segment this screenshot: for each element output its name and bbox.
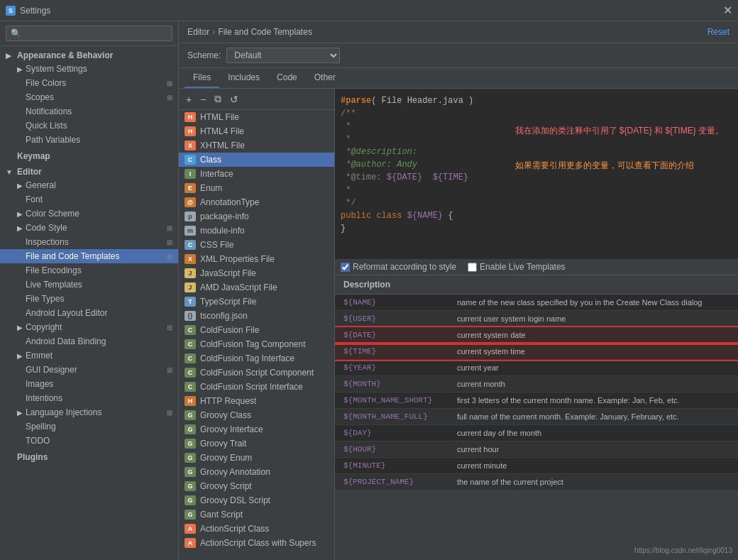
appearance-items: ▶ System Settings File Colors ⊞ Scopes ⊞… <box>0 62 178 147</box>
gui-designer-label: GUI Designer <box>26 365 167 375</box>
sidebar-item-todo[interactable]: TODO <box>0 434 178 448</box>
sidebar-item-system-settings[interactable]: ▶ System Settings <box>0 62 178 76</box>
file-item-groovy-enum[interactable]: GGroovy Enum <box>179 451 334 465</box>
sidebar-item-live-templates[interactable]: Live Templates <box>0 278 178 292</box>
file-label-coldfusion-tag-component: ColdFusion Tag Component <box>200 339 306 349</box>
sidebar-item-path-variables[interactable]: Path Variables <box>0 133 178 147</box>
sidebar-item-android-data-binding[interactable]: Android Data Binding <box>0 334 178 348</box>
sidebar-item-file-types[interactable]: File Types <box>0 292 178 306</box>
sidebar-item-android-layout-editor[interactable]: Android Layout Editor <box>0 306 178 320</box>
sidebar-item-file-and-code-templates[interactable]: File and Code Templates ⊞ <box>0 249 178 263</box>
code-line-11: } <box>341 222 732 235</box>
file-item-groovy-script[interactable]: GGroovy Script <box>179 479 334 493</box>
file-icon-enum: E <box>184 183 196 193</box>
file-item-coldfusion-script-component[interactable]: CColdFusion Script Component <box>179 366 334 380</box>
sidebar-item-color-scheme[interactable]: ▶ Color Scheme <box>0 207 178 221</box>
desc-text-user: current user system login name <box>448 311 738 327</box>
sidebar-item-intentions[interactable]: Intentions <box>0 391 178 405</box>
file-item-gant-script[interactable]: GGant Script <box>179 507 334 522</box>
live-templates-checkbox-label[interactable]: Enable Live Templates <box>468 262 566 272</box>
sidebar-item-images[interactable]: Images <box>0 377 178 391</box>
breadcrumb-parent: Editor <box>187 27 209 37</box>
desc-var-minute: ${MINUTE} <box>335 458 448 474</box>
file-item-interface[interactable]: IInterface <box>179 167 334 181</box>
file-item-groovy-interface[interactable]: GGroovy Interface <box>179 422 334 437</box>
tab-includes[interactable]: Includes <box>219 68 268 88</box>
file-item-css-file[interactable]: CCSS File <box>179 238 334 252</box>
reset-button[interactable]: Reset <box>707 27 729 37</box>
copyright-label: Copyright <box>26 322 167 332</box>
add-file-button[interactable]: + <box>183 92 194 106</box>
sidebar-item-font[interactable]: Font <box>0 192 178 207</box>
file-item-enum[interactable]: EEnum <box>179 181 334 195</box>
file-label-groovy-annotation: Groovy Annotation <box>200 467 270 477</box>
file-item-tsconfig-json[interactable]: {}tsconfig.json <box>179 309 334 323</box>
sidebar-item-language-injections[interactable]: ▶ Language Injections ⊞ <box>0 405 178 419</box>
tab-code[interactable]: Code <box>268 68 306 88</box>
scheme-label: Scheme: <box>187 50 221 60</box>
file-item-http-request[interactable]: HHTTP Request <box>179 394 334 408</box>
sidebar-item-file-encodings[interactable]: File Encodings <box>0 263 178 278</box>
file-item-actionscript-class-supers[interactable]: AActionScript Class with Supers <box>179 536 334 550</box>
file-item-html-file[interactable]: HHTML File <box>179 110 334 124</box>
file-item-groovy-annotation[interactable]: GGroovy Annotation <box>179 465 334 479</box>
file-item-module-info[interactable]: mmodule-info <box>179 224 334 238</box>
file-item-groovy-dsl-script[interactable]: GGroovy DSL Script <box>179 493 334 507</box>
reformat-checkbox[interactable] <box>341 263 350 272</box>
sidebar-item-copyright[interactable]: ▶ Copyright ⊞ <box>0 320 178 334</box>
file-item-groovy-class[interactable]: GGroovy Class <box>179 408 334 422</box>
live-templates-checkbox[interactable] <box>468 263 477 272</box>
sidebar-section-keymap[interactable]: Keymap <box>0 147 178 163</box>
scheme-select[interactable]: Default <box>226 48 340 63</box>
file-item-xhtml-file[interactable]: XXHTML File <box>179 138 334 153</box>
editor-label: Editor <box>17 167 42 177</box>
file-item-amd-javascript[interactable]: JAMD JavaScript File <box>179 280 334 295</box>
file-item-javascript-file[interactable]: JJavaScript File <box>179 266 334 280</box>
close-button[interactable]: ✕ <box>723 4 732 17</box>
file-item-actionscript-class[interactable]: AActionScript Class <box>179 522 334 536</box>
sidebar-item-quick-lists[interactable]: Quick Lists <box>0 119 178 133</box>
file-item-typescript-file[interactable]: TTypeScript File <box>179 295 334 309</box>
sidebar-item-file-colors[interactable]: File Colors ⊞ <box>0 76 178 90</box>
sidebar-section-appearance[interactable]: ▶ Appearance & Behavior <box>0 46 178 62</box>
sidebar-section-editor[interactable]: ▼ Editor <box>0 163 178 178</box>
desc-row-date: ${DATE}current system date <box>335 327 738 344</box>
file-item-coldfusion-script-interface[interactable]: CColdFusion Script Interface <box>179 380 334 394</box>
search-box[interactable] <box>0 21 178 46</box>
sidebar-section-plugins[interactable]: Plugins <box>0 448 178 463</box>
file-item-annotation-type[interactable]: @AnnotationType <box>179 195 334 209</box>
sidebar-item-spelling[interactable]: Spelling <box>0 419 178 434</box>
description-panel: Description ${NAME}name of the new class… <box>335 275 738 560</box>
file-item-groovy-trait[interactable]: GGroovy Trait <box>179 437 334 451</box>
tab-other[interactable]: Other <box>306 68 344 88</box>
search-input[interactable] <box>6 26 172 41</box>
window-title: Settings <box>20 6 50 16</box>
sidebar-item-emmet[interactable]: ▶ Emmet <box>0 348 178 363</box>
remove-file-button[interactable]: − <box>197 92 209 106</box>
reformat-checkbox-label[interactable]: Reformat according to style <box>341 262 456 272</box>
file-item-coldfusion-tag-component[interactable]: CColdFusion Tag Component <box>179 337 334 351</box>
sidebar-item-notifications[interactable]: Notifications <box>0 104 178 119</box>
file-icon-groovy-script: G <box>184 481 196 491</box>
file-label-coldfusion-file: ColdFusion File <box>200 325 259 335</box>
path-variables-label: Path Variables <box>26 135 172 145</box>
file-item-xml-properties[interactable]: XXML Properties File <box>179 252 334 266</box>
code-editor[interactable]: #parse( File Header.java ) /** * * *@des… <box>335 89 738 259</box>
sidebar-item-gui-designer[interactable]: GUI Designer ⊞ <box>0 363 178 377</box>
restore-file-button[interactable]: ↺ <box>227 92 241 106</box>
file-item-class[interactable]: CClass <box>179 153 334 167</box>
file-icon-coldfusion-tag-component: C <box>184 339 196 349</box>
sidebar-item-scopes[interactable]: Scopes ⊞ <box>0 90 178 104</box>
copy-file-button[interactable]: ⧉ <box>211 92 224 106</box>
sidebar-item-code-style[interactable]: ▶ Code Style ⊞ <box>0 221 178 235</box>
file-icon-coldfusion-tag-interface: C <box>184 353 196 363</box>
sidebar-item-inspections[interactable]: Inspections ⊞ <box>0 235 178 249</box>
file-label-actionscript-class-supers: ActionScript Class with Supers <box>200 538 316 548</box>
file-item-coldfusion-tag-interface[interactable]: CColdFusion Tag Interface <box>179 351 334 366</box>
file-label-interface: Interface <box>200 169 233 179</box>
tab-files[interactable]: Files <box>184 68 219 88</box>
sidebar-item-general[interactable]: ▶ General <box>0 178 178 192</box>
file-item-package-info[interactable]: ppackage-info <box>179 209 334 224</box>
file-item-coldfusion-file[interactable]: CColdFusion File <box>179 323 334 337</box>
file-item-html4-file[interactable]: HHTML4 File <box>179 124 334 138</box>
